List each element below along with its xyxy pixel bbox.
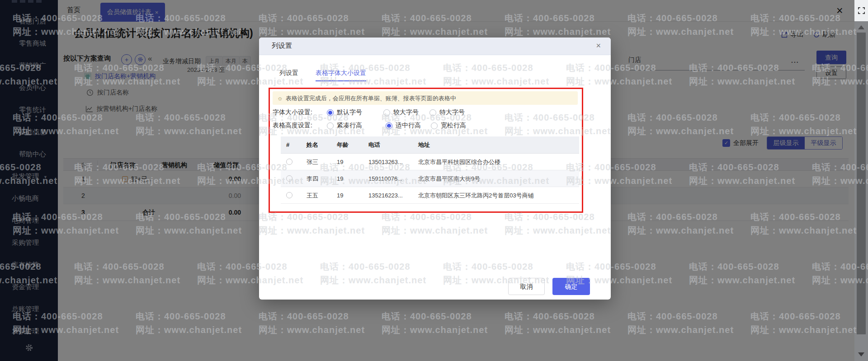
radio-label: 宽松行高 xyxy=(441,122,466,130)
radio-icon xyxy=(386,122,392,129)
preview-table-row[interactable]: 张三19135013263...北京市昌平科技园区综合办公楼 xyxy=(281,154,579,170)
radio-label: 较大字号 xyxy=(393,108,419,117)
preview-cell: 19 xyxy=(337,154,343,170)
radio-label: 默认字号 xyxy=(337,108,362,117)
preview-cell: 19 xyxy=(337,187,343,204)
confirm-button[interactable]: 确定 xyxy=(552,278,590,295)
preview-table-body: 张三19135013263...北京市昌平科技园区综合办公楼李四19159110… xyxy=(281,154,579,204)
radio-medium-row[interactable]: 适中行高 xyxy=(386,122,421,130)
scroll-down-arrow[interactable] xyxy=(858,352,864,356)
app-root: 智慧门店零售商城营销推广会员中心零售统计基础信息帮助中心 批发管理▼ 小畅电商电… xyxy=(0,0,868,361)
radio-loose-row[interactable]: 宽松行高 xyxy=(431,122,466,130)
radio-large-font[interactable]: 较大字号 xyxy=(383,108,419,117)
preview-cell: 王五 xyxy=(307,187,318,204)
row-radio-icon[interactable] xyxy=(286,159,292,165)
col-phone: 电话 xyxy=(368,136,380,154)
radio-icon xyxy=(327,109,334,116)
preview-cell: 135216223... xyxy=(368,187,403,204)
col-address: 地址 xyxy=(418,136,430,154)
cancel-button[interactable]: 取消 xyxy=(508,278,545,295)
settings-tip: ☼表格设置完成后，会应用在所有单据、账簿、报表等页面的表格中 xyxy=(273,91,578,105)
preview-cell: 159110076... xyxy=(368,170,402,187)
radio-compact-row[interactable]: 紧凑行高 xyxy=(327,122,362,130)
radio-extra-large-font[interactable]: 特大字号 xyxy=(429,108,465,117)
radio-icon xyxy=(383,109,390,116)
radio-icon xyxy=(431,122,438,129)
browser-scrollbar xyxy=(854,0,868,361)
scroll-up-arrow[interactable] xyxy=(858,25,864,29)
preview-cell: 135013263... xyxy=(368,154,403,170)
preview-table: # 姓名 年龄 电话 地址 张三19135013263...北京市昌平科技园区综… xyxy=(281,136,579,204)
preview-cell: 19 xyxy=(337,170,343,187)
tab-table-font-size[interactable]: 表格字体大小设置 xyxy=(316,69,366,81)
col-hash: # xyxy=(286,136,289,154)
preview-cell: 李四 xyxy=(307,170,318,187)
lightbulb-icon: ☼ xyxy=(277,94,283,102)
preview-table-header: # 姓名 年龄 电话 地址 xyxy=(281,136,579,154)
column-settings-modal: 列设置 × 列设置 表格字体大小设置 ☼表格设置完成后，会应用在所有单据、账簿、… xyxy=(259,38,611,300)
radio-default-font[interactable]: 默认字号 xyxy=(327,108,362,117)
tab-column-settings[interactable]: 列设置 xyxy=(279,69,298,77)
scrollbar-thumb[interactable] xyxy=(857,33,866,334)
radio-icon xyxy=(327,122,334,129)
row-radio-icon[interactable] xyxy=(286,192,292,198)
preview-cell: 北京市朝阳区东三环北路丙2号首层03号商铺 xyxy=(418,187,534,204)
preview-table-row[interactable]: 李四19159110076...北京市昌平区南大街9号 xyxy=(281,170,579,187)
radio-label: 适中行高 xyxy=(396,122,421,130)
preview-cell: 北京市昌平科技园区综合办公楼 xyxy=(418,154,500,170)
fullscreen-icon xyxy=(858,7,865,14)
tip-text: 表格设置完成后，会应用在所有单据、账簿、报表等页面的表格中 xyxy=(286,95,456,102)
radio-icon xyxy=(429,109,436,116)
radio-label: 紧凑行高 xyxy=(337,122,362,130)
font-size-label: 字体大小设置: xyxy=(273,108,312,117)
col-age: 年龄 xyxy=(337,136,349,154)
modal-close-icon[interactable]: × xyxy=(596,41,601,51)
preview-cell: 张三 xyxy=(307,154,318,170)
modal-header: 列设置 × xyxy=(259,38,611,55)
row-height-label: 表格高度设置: xyxy=(273,122,312,130)
radio-label: 特大字号 xyxy=(439,108,465,117)
preview-table-row[interactable]: 王五19135216223...北京市朝阳区东三环北路丙2号首层03号商铺 xyxy=(281,187,579,204)
preview-cell: 北京市昌平区南大街9号 xyxy=(418,170,480,187)
fullscreen-button[interactable] xyxy=(854,0,868,21)
row-radio-icon[interactable] xyxy=(286,175,292,182)
col-name: 姓名 xyxy=(307,136,318,154)
modal-title: 列设置 xyxy=(272,42,292,50)
